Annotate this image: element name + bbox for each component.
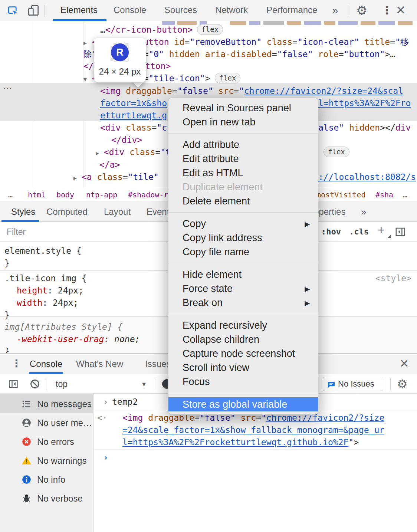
code-token: src [213, 86, 234, 96]
menu-item-duplicate-element: Duplicate element [168, 180, 318, 194]
javascript-context-select[interactable]: top [56, 374, 68, 394]
favicon-monogram: R [111, 43, 129, 61]
dropdown-arrow-icon[interactable]: ▾ [142, 374, 146, 394]
bug-icon [22, 493, 32, 503]
dom-tree-row[interactable]: ▼<div class="tile-icon">flex [0, 72, 417, 85]
code-link[interactable]: =24&scale_factor=1x&show_fallback_monogr… [122, 425, 384, 435]
menu-item-add-attribute[interactable]: Add attribute [168, 138, 318, 152]
settings-gear-icon[interactable]: ⚙ [356, 0, 367, 21]
tab-elements[interactable]: Elements [60, 0, 98, 19]
breadcrumb-item[interactable]: #sha [375, 188, 393, 201]
new-style-rule-button[interactable]: + [378, 223, 385, 237]
code-link[interactable]: etturtlewqt.g [100, 111, 167, 120]
menu-item-copy[interactable]: Copy▶ [168, 217, 318, 231]
code-token: " [239, 86, 244, 96]
image-dimensions-label: 24 × 24 px [94, 66, 146, 77]
menu-item-copy-file-name[interactable]: Copy file name [168, 245, 318, 259]
code-link[interactable]: l=https%3A%2F%2Fro [318, 98, 411, 108]
sidebar-toggle-icon[interactable] [8, 379, 19, 391]
tab-performance[interactable]: Performance [266, 0, 317, 19]
code-segment: </a> [99, 159, 120, 171]
devtools-window: ElementsConsoleSourcesNetworkPerformance… [0, 0, 417, 532]
expander-icon[interactable]: ▶ [96, 150, 99, 157]
code-token: class [92, 172, 123, 182]
tab-styles[interactable]: Styles [11, 201, 35, 222]
pseudo-state-toggle[interactable]: :hov [321, 222, 341, 242]
menu-item-store-as-global-variable[interactable]: Store as global variable [168, 397, 318, 411]
class-toggle[interactable]: .cls [349, 222, 369, 242]
expander-icon[interactable]: ▶ [83, 40, 87, 46]
drawer-tab-console[interactable]: Console [30, 354, 62, 373]
code-segment: etturtlewqt.g [100, 109, 167, 122]
sidebar-filter-no-errors[interactable]: No errors [0, 432, 93, 451]
code-link[interactable]: l=https%3A%2F%2Frocketturtlewqt.github.i… [122, 437, 348, 447]
breadcrumb-item[interactable]: … [8, 188, 13, 201]
dom-tree-row[interactable]: </cr-icon-button> [0, 60, 417, 72]
menu-item-edit-as-html[interactable]: Edit as HTML [168, 166, 318, 180]
sidebar-filter-no-user-me-[interactable]: No user me… [0, 413, 93, 432]
code-token: <a [82, 172, 92, 182]
inspect-icon[interactable] [7, 4, 19, 18]
dom-tree-row[interactable]: <img draggable="false" src="chrome://fav… [0, 85, 417, 97]
menu-item-delete-element[interactable]: Delete element [168, 194, 318, 208]
kebab-menu-icon[interactable]: ⋮ [381, 0, 393, 21]
close-drawer-icon[interactable]: × [400, 352, 408, 374]
code-token: <div [100, 123, 121, 132]
menu-item-break-on[interactable]: Break on▶ [168, 296, 318, 310]
drawer-tab-issues[interactable]: Issues [145, 354, 171, 373]
menu-item-force-state[interactable]: Force state▶ [168, 282, 318, 296]
code-token: title [359, 37, 390, 47]
code-segment: <· [97, 412, 108, 424]
menu-item-collapse-children[interactable]: Collapse children [168, 332, 318, 347]
dom-tree-row[interactable]: ▶<cr-icon-button id="removeButton" class… [0, 36, 417, 48]
code-link[interactable]: factor=1x&sho [100, 98, 167, 108]
code-link[interactable]: chrome://favicon2/?size=24&scal [244, 86, 403, 96]
console-row[interactable]: =24&scale_factor=1x&show_fallback_monogr… [93, 424, 417, 436]
breadcrumb-item[interactable]: #mostVisited [312, 188, 366, 201]
menu-item-reveal-in-sources-panel[interactable]: Reveal in Sources panel [168, 101, 318, 115]
sidebar-filter-no-verbose[interactable]: No verbose [0, 489, 93, 508]
tab-network[interactable]: Network [215, 0, 248, 19]
tab-console[interactable]: Console [114, 0, 146, 19]
expander-icon[interactable]: ▶ [73, 175, 77, 181]
menu-item-edit-attribute[interactable]: Edit attribute [168, 152, 318, 166]
code-segment: </div> [111, 134, 142, 146]
expander-icon[interactable]: ▼ [83, 76, 87, 83]
dom-tree-row[interactable]: 除" tabindex="0" hidden aria-disabled="fa… [0, 48, 417, 60]
tab-»[interactable]: » [361, 201, 366, 222]
code-token: <style> [375, 273, 411, 283]
console-row[interactable]: l=https%3A%2F%2Frocketturtlewqt.github.i… [93, 436, 417, 449]
tab-sources[interactable]: Sources [164, 0, 197, 19]
dom-tree-row[interactable]: …</cr-icon-button>flex [0, 24, 417, 36]
no-issues-button[interactable]: No Issues [323, 377, 383, 391]
tab-layout[interactable]: Layout [104, 201, 131, 222]
breadcrumb-item[interactable]: ntp-app [86, 188, 117, 201]
menu-item-open-in-new-tab[interactable]: Open in new tab [168, 115, 318, 129]
menu-item-expand-recursively[interactable]: Expand recursively [168, 318, 318, 332]
sidebar-filter-label: No errors [37, 432, 74, 451]
breadcrumb-item[interactable]: … [403, 188, 407, 201]
sidebar-filter-no-warnings[interactable]: No warnings [0, 451, 93, 470]
sidebar-filter-no-messages[interactable]: No messages [0, 394, 93, 413]
close-icon[interactable]: × [396, 0, 405, 21]
menu-item-focus[interactable]: Focus [168, 375, 318, 389]
device-toolbar-icon[interactable] [27, 4, 39, 18]
sidebar-filter-no-info[interactable]: No info [0, 470, 93, 489]
menu-item-hide-element[interactable]: Hide element [168, 267, 318, 282]
breadcrumb-item[interactable]: body [56, 188, 74, 201]
drawer-tab-what-s-new[interactable]: What's New [76, 354, 123, 373]
panel-toggle-icon[interactable] [395, 226, 406, 239]
menu-item-scroll-into-view[interactable]: Scroll into view [168, 361, 318, 375]
menu-item-copy-link-address[interactable]: Copy link address [168, 231, 318, 245]
kebab-menu-icon[interactable]: ⋮ [11, 354, 22, 374]
settings-gear-icon[interactable]: ⚙ [397, 374, 408, 394]
tab-computed[interactable]: Computed [46, 201, 88, 222]
menu-group: Add attributeEdit attributeEdit as HTMLD… [168, 133, 318, 208]
menu-item-capture-node-screenshot[interactable]: Capture node screenshot [168, 347, 318, 361]
more-tabs-chevron[interactable]: » [332, 0, 338, 21]
sidebar-filter-label: No messages [37, 394, 92, 413]
code-link[interactable]: ://localhost:8082/s [318, 172, 416, 182]
clear-console-icon[interactable] [30, 379, 40, 391]
breadcrumb-item[interactable]: html [28, 188, 46, 201]
console-row[interactable]: › [93, 451, 417, 464]
